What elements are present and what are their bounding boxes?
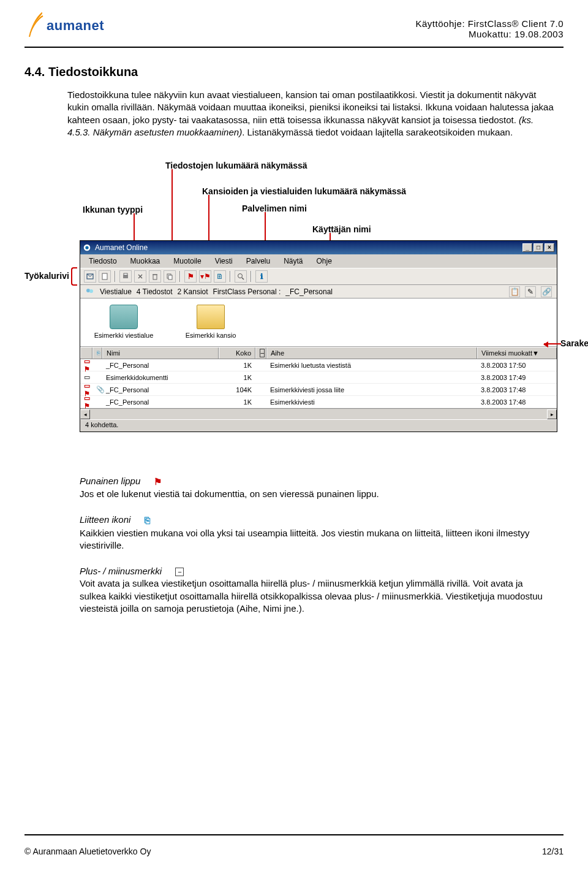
col-subject[interactable]: Aihe xyxy=(266,348,477,359)
att-cell xyxy=(92,376,102,379)
window-screenshot: Työkalurivi Aumanet Online _ □ × Tiedost… xyxy=(80,240,557,432)
col-date[interactable]: Viimeksi muokatt ▼ xyxy=(477,348,557,359)
flag-icon: ⚑ xyxy=(154,476,162,488)
people-icon xyxy=(85,287,95,296)
header-rule xyxy=(24,47,564,48)
toolbar-button[interactable] xyxy=(84,270,96,283)
legend-body: Kaikkien viestien mukana voi olla yksi t… xyxy=(80,528,530,550)
scrollbar-horizontal[interactable]: ◂ ▸ xyxy=(80,408,557,419)
toolbar-button[interactable] xyxy=(149,270,161,283)
pm-cell xyxy=(255,389,266,391)
scroll-right-button[interactable]: ▸ xyxy=(547,409,557,419)
date-cell: 3.8.2003 17:48 xyxy=(477,385,557,395)
menu-item[interactable]: Tiedosto xyxy=(86,256,119,266)
page-footer: © Auranmaan Aluetietoverkko Oy 12/31 xyxy=(24,846,564,856)
mail-icon xyxy=(86,273,94,280)
flag-cell: ▭ ⚑ xyxy=(80,356,92,375)
menu-item[interactable]: Palvelu xyxy=(244,256,273,266)
search-icon xyxy=(237,273,244,280)
label-palvelimen: Palvelimen nimi xyxy=(242,203,307,213)
file-count: 4 Tiedostot xyxy=(137,287,173,296)
toolbar-button[interactable] xyxy=(164,270,176,283)
menu-item[interactable]: Näytä xyxy=(281,256,305,266)
col-plusminus[interactable]: − xyxy=(255,348,266,359)
toolbar-button[interactable]: ℹ xyxy=(255,270,268,283)
svg-rect-5 xyxy=(124,273,127,275)
status-line: Viestialue 4 Tiedostot 2 Kansiot FirstCl… xyxy=(80,285,557,299)
footer-page: 12/31 xyxy=(542,846,564,856)
svg-point-10 xyxy=(86,289,90,292)
toolbar-button[interactable]: ⚑ xyxy=(184,270,197,283)
icon-label: Esimerkki kansio xyxy=(186,332,236,339)
att-cell xyxy=(92,401,102,403)
legend-body: Jos et ole lukenut viestiä tai dokumentt… xyxy=(80,489,379,499)
table-row[interactable]: ▭ Esimerkkidokumentti 1K 3.8.2003 17:49 xyxy=(80,371,557,384)
date-cell: 3.8.2003 17:50 xyxy=(477,360,557,370)
maximize-button[interactable]: □ xyxy=(533,243,543,252)
folder-icon-item[interactable]: Esimerkki kansio xyxy=(177,305,244,339)
col-name[interactable]: Nimi xyxy=(102,348,219,359)
plus-minus-icon: − xyxy=(175,568,184,576)
table-row[interactable]: ▭ ⚑ _FC_Personal 1K Esimerkkiviesti 3.8.… xyxy=(80,396,557,408)
name-cell: _FC_Personal xyxy=(102,397,219,407)
menubar: Tiedosto Muokkaa Muotoile Viesti Palvelu… xyxy=(80,254,557,268)
toolbar-button[interactable] xyxy=(235,270,247,283)
edit-button[interactable]: ✎ xyxy=(525,286,536,297)
col-size[interactable]: Koko xyxy=(219,348,255,359)
size-cell: 104K xyxy=(219,385,255,395)
col-attachment[interactable]: ⎘ xyxy=(92,348,102,359)
size-cell: 1K xyxy=(219,373,255,382)
separator xyxy=(230,271,231,282)
icon-pane: Esimerkki viestialue Esimerkki kansio xyxy=(80,299,557,347)
subj-cell: Esimerkki luetusta viestistä xyxy=(266,360,477,370)
app-icon xyxy=(83,243,91,252)
toolbar-button[interactable]: 🗎 xyxy=(214,270,226,283)
doc-meta: Käyttöohje: FirstClass® Client 7.0 Muoka… xyxy=(416,18,564,39)
minimize-button[interactable]: _ xyxy=(522,243,532,252)
page-header: aumanet Käyttöohje: FirstClass® Client 7… xyxy=(24,12,564,44)
close-button[interactable]: × xyxy=(545,243,554,252)
legend-title: Liitteen ikoni xyxy=(80,514,130,526)
area-icon[interactable]: Esimerkki viestialue xyxy=(90,305,157,339)
column-header-row: ⎘ Nimi Koko − Aihe Viimeksi muokatt ▼ xyxy=(80,347,557,359)
body-tail: . Listanäkymässä tiedot voidaan lajitell… xyxy=(242,127,513,137)
size-cell: 1K xyxy=(219,360,255,370)
legend-title: Punainen lippu xyxy=(80,475,140,487)
doc-modified: Muokattu: 19.08.2003 xyxy=(416,29,564,39)
swoosh-icon xyxy=(24,12,47,39)
toolbar-button[interactable] xyxy=(99,270,111,283)
menu-item[interactable]: Viesti xyxy=(213,256,235,266)
menu-item[interactable]: Ohje xyxy=(314,256,334,266)
icon-label: Esimerkki viestialue xyxy=(94,332,154,339)
user-name: _FC_Personal xyxy=(285,287,333,296)
table-row[interactable]: ▭ ⚑ _FC_Personal 1K Esimerkki luetusta v… xyxy=(80,359,557,371)
view-button[interactable]: 📋 xyxy=(509,286,520,297)
svg-point-11 xyxy=(89,289,93,293)
flag-cell: ▭ ⚑ xyxy=(80,393,92,411)
menu-item[interactable]: Muotoile xyxy=(171,256,203,266)
table-row[interactable]: ▭ ⚑ 📎 _FC_Personal 104K Esimerkkiviesti … xyxy=(80,384,557,396)
legend-body: Voit avata ja sulkea viestiketjun osoitt… xyxy=(80,578,543,614)
date-cell: 3.8.2003 17:49 xyxy=(477,373,557,382)
label-kayttajan: Käyttäjän nimi xyxy=(312,224,371,234)
section-body: Tiedostoikkuna tulee näkyviin kun avaat … xyxy=(67,89,557,139)
toolbar-button[interactable]: ▾⚑ xyxy=(199,270,211,283)
label-kansioiden: Kansioiden ja viestialuiden lukumäärä nä… xyxy=(202,186,406,196)
size-cell: 1K xyxy=(219,397,255,407)
scroll-left-button[interactable]: ◂ xyxy=(80,409,90,419)
brand-name: aumanet xyxy=(47,18,104,34)
link-button[interactable]: 🔗 xyxy=(541,286,552,297)
att-cell: 📎 xyxy=(92,384,102,395)
svg-rect-4 xyxy=(123,275,128,278)
legend-item-attachment: Liitteen ikoni ⎘ Kaikkien viestien mukan… xyxy=(80,514,545,552)
bracket-icon xyxy=(71,267,77,286)
subj-cell: Esimerkkiviesti xyxy=(266,397,477,407)
menu-item[interactable]: Muokkaa xyxy=(128,256,163,266)
titlebar[interactable]: Aumanet Online _ □ × xyxy=(80,241,557,254)
legend-item-flag: Punainen lippu ⚑ Jos et ole lukenut vies… xyxy=(80,475,545,500)
brand-logo: aumanet xyxy=(24,12,104,39)
toolbar-button[interactable] xyxy=(119,270,132,283)
attachment-icon: ⎘ xyxy=(145,514,150,527)
svg-rect-8 xyxy=(168,275,172,280)
toolbar-button[interactable] xyxy=(134,270,146,283)
